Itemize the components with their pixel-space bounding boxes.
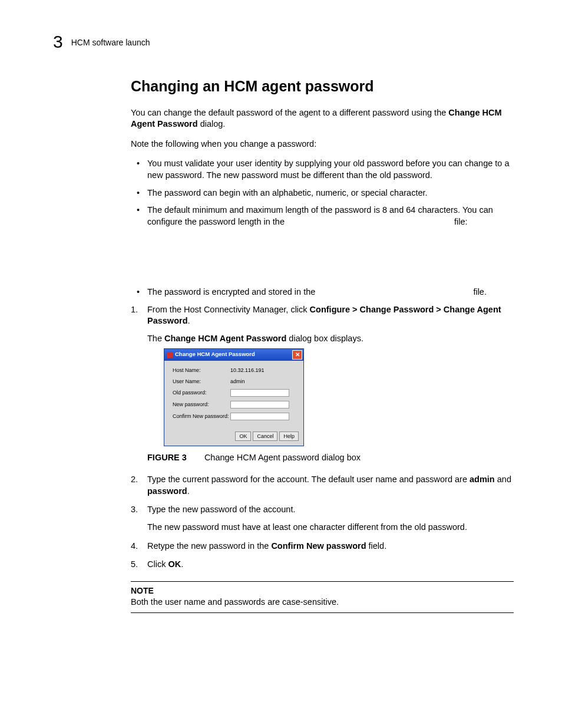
- page: 3 HCM software launch Changing an HCM ag…: [0, 0, 562, 728]
- figure-text: Change HCM Agent password dialog box: [204, 453, 361, 462]
- text: Retype the new password in the: [147, 541, 271, 551]
- row-host: Host Name: 10.32.116.191: [173, 367, 297, 374]
- content-region: Changing an HCM agent password You can c…: [131, 77, 514, 613]
- text-bold: Confirm New password: [271, 541, 366, 551]
- note-block: NOTE Both the user name and passwords ar…: [131, 581, 514, 613]
- dialog-title: Change HCM Agent Password: [175, 351, 255, 357]
- step-3-sub: The new password must have at least one …: [147, 522, 514, 533]
- confirm-password-input[interactable]: [230, 413, 289, 420]
- step-number: 5.: [131, 559, 138, 571]
- text-bold: admin: [470, 475, 495, 484]
- dialog-body: Host Name: 10.32.116.191 User Name: admi…: [164, 361, 303, 429]
- help-button[interactable]: Help: [279, 431, 299, 441]
- intro-paragraph-1: You can change the default password of t…: [131, 107, 514, 130]
- step-5: 5. Click OK.: [131, 559, 514, 571]
- bullet-item: The password can begin with an alphabeti…: [131, 187, 514, 199]
- text: dialog box displays.: [286, 334, 363, 343]
- text: Click: [147, 559, 168, 569]
- app-icon: [167, 352, 173, 358]
- running-title: HCM software launch: [71, 38, 150, 47]
- ok-button[interactable]: OK: [235, 431, 251, 441]
- row-old-password: Old password:: [173, 389, 297, 397]
- page-header: 3 HCM software launch: [53, 32, 509, 52]
- step-2: 2. Type the current password for the acc…: [131, 474, 514, 497]
- close-icon[interactable]: ✕: [292, 350, 302, 360]
- new-password-label: New password:: [173, 401, 230, 408]
- row-user: User Name: admin: [173, 378, 297, 385]
- intro-paragraph-2: Note the following when you change a pas…: [131, 139, 514, 150]
- bullet-item: The default minimum and maximum length o…: [131, 205, 514, 281]
- text-bold: OK: [168, 559, 181, 569]
- text: and: [495, 475, 511, 484]
- row-new-password: New password:: [173, 401, 297, 409]
- figure-label: FIGURE 3: [147, 453, 187, 462]
- user-value: admin: [230, 378, 245, 385]
- text: The default minimum and maximum length o…: [147, 205, 493, 226]
- text: .: [188, 316, 190, 325]
- old-password-label: Old password:: [173, 389, 230, 396]
- step-number: 3.: [131, 504, 138, 516]
- bullet-item: The password is encrypted and stored in …: [131, 286, 514, 298]
- old-password-input[interactable]: [230, 389, 289, 397]
- figure-caption: FIGURE 3Change HCM Agent password dialog…: [147, 452, 514, 464]
- step-4: 4. Retype the new password in the Confir…: [131, 541, 514, 552]
- host-value: 10.32.116.191: [230, 367, 265, 374]
- user-label: User Name:: [173, 378, 230, 385]
- new-password-input[interactable]: [230, 401, 289, 409]
- text: Type the new password of the account.: [147, 505, 295, 514]
- text: The: [147, 334, 164, 343]
- note-body: Both the user name and passwords are cas…: [131, 597, 514, 608]
- bullet-item: You must validate your user identity by …: [131, 158, 514, 181]
- text: You must validate your user identity by …: [147, 159, 509, 180]
- step-1-sub: The Change HCM Agent Password dialog box…: [147, 333, 514, 345]
- text: From the Host Connectivity Manager, clic…: [147, 305, 310, 314]
- step-3: 3. Type the new password of the account.…: [131, 504, 514, 533]
- text: Type the current password for the accoun…: [147, 475, 470, 484]
- text-bold: Change HCM Agent Password: [164, 334, 286, 343]
- text: .: [181, 559, 183, 569]
- numbered-steps: 1. From the Host Connectivity Manager, c…: [131, 304, 514, 571]
- step-1: 1. From the Host Connectivity Manager, c…: [131, 304, 514, 464]
- host-label: Host Name:: [173, 367, 230, 374]
- step-number: 2.: [131, 474, 138, 486]
- cancel-button[interactable]: Cancel: [253, 431, 277, 441]
- section-title: Changing an HCM agent password: [131, 77, 514, 97]
- dialog-titlebar: Change HCM Agent Password ✕: [164, 349, 303, 361]
- text-bold: password: [147, 486, 187, 496]
- chapter-number: 3: [53, 32, 63, 52]
- bullet-list: You must validate your user identity by …: [131, 158, 514, 298]
- text: You can change the default password of t…: [131, 108, 448, 117]
- step-number: 4.: [131, 541, 138, 552]
- step-number: 1.: [131, 304, 138, 316]
- change-password-dialog: Change HCM Agent Password ✕ Host Name: 1…: [164, 348, 304, 446]
- confirm-password-label: Confirm New password:: [173, 413, 230, 420]
- text: The password can begin with an alphabeti…: [147, 188, 428, 197]
- note-label: NOTE: [131, 585, 514, 597]
- blank-space: [147, 228, 514, 281]
- text: .: [187, 486, 190, 496]
- titlebar-left: Change HCM Agent Password: [167, 351, 255, 358]
- text: dialog.: [198, 119, 226, 129]
- text: file.: [471, 287, 487, 297]
- row-confirm-password: Confirm New password:: [173, 413, 297, 420]
- text: The password is encrypted and stored in …: [147, 287, 318, 297]
- text: file:: [452, 217, 468, 226]
- text: field.: [366, 541, 387, 551]
- dialog-buttons: OK Cancel Help: [164, 429, 303, 446]
